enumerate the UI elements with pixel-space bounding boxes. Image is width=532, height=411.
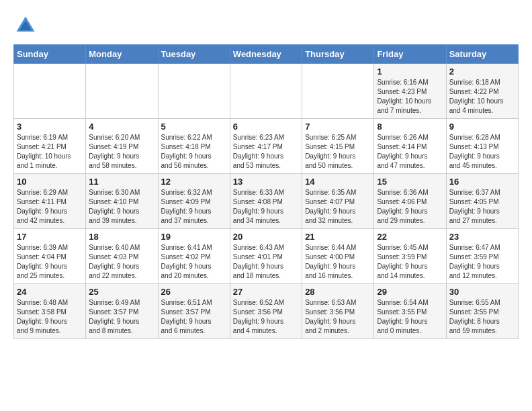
calendar-cell: 26Sunrise: 6:51 AM Sunset: 3:57 PM Dayli…	[158, 284, 230, 339]
day-number: 7	[305, 122, 371, 132]
calendar-week-row: 1Sunrise: 6:16 AM Sunset: 4:23 PM Daylig…	[14, 64, 519, 119]
day-number: 25	[89, 287, 154, 297]
calendar-cell: 22Sunrise: 6:45 AM Sunset: 3:59 PM Dayli…	[374, 229, 446, 284]
day-number: 5	[161, 122, 227, 132]
weekday-header-row: SundayMondayTuesdayWednesdayThursdayFrid…	[14, 45, 519, 64]
day-number: 2	[449, 66, 515, 77]
calendar-cell: 12Sunrise: 6:32 AM Sunset: 4:09 PM Dayli…	[158, 174, 230, 229]
weekday-header-cell: Monday	[86, 45, 158, 64]
calendar-cell: 6Sunrise: 6:23 AM Sunset: 4:17 PM Daylig…	[230, 119, 302, 174]
calendar-cell: 13Sunrise: 6:33 AM Sunset: 4:08 PM Dayli…	[230, 174, 302, 229]
day-number: 8	[377, 122, 443, 132]
calendar-cell	[14, 64, 86, 119]
weekday-header-cell: Sunday	[14, 45, 86, 64]
day-number: 30	[449, 287, 515, 297]
calendar-cell: 24Sunrise: 6:48 AM Sunset: 3:58 PM Dayli…	[14, 284, 86, 339]
day-info: Sunrise: 6:53 AM Sunset: 3:56 PM Dayligh…	[305, 298, 371, 336]
day-number: 4	[89, 122, 154, 132]
calendar-cell: 23Sunrise: 6:47 AM Sunset: 3:59 PM Dayli…	[446, 229, 518, 284]
day-number: 20	[233, 232, 299, 242]
day-info: Sunrise: 6:49 AM Sunset: 3:57 PM Dayligh…	[89, 298, 154, 336]
day-number: 17	[17, 232, 83, 242]
day-info: Sunrise: 6:44 AM Sunset: 4:00 PM Dayligh…	[305, 243, 371, 281]
calendar-cell: 8Sunrise: 6:26 AM Sunset: 4:14 PM Daylig…	[374, 119, 446, 174]
day-info: Sunrise: 6:54 AM Sunset: 3:55 PM Dayligh…	[377, 298, 443, 336]
page-header	[13, 13, 519, 38]
calendar-cell: 28Sunrise: 6:53 AM Sunset: 3:56 PM Dayli…	[302, 284, 374, 339]
calendar-cell	[158, 64, 230, 119]
calendar-cell: 30Sunrise: 6:55 AM Sunset: 3:55 PM Dayli…	[446, 284, 518, 339]
calendar-week-row: 17Sunrise: 6:39 AM Sunset: 4:04 PM Dayli…	[14, 229, 519, 284]
day-info: Sunrise: 6:29 AM Sunset: 4:11 PM Dayligh…	[17, 188, 83, 226]
day-number: 1	[377, 66, 443, 77]
calendar-cell: 4Sunrise: 6:20 AM Sunset: 4:19 PM Daylig…	[86, 119, 158, 174]
day-info: Sunrise: 6:43 AM Sunset: 4:01 PM Dayligh…	[233, 243, 299, 281]
day-number: 12	[161, 177, 227, 187]
day-number: 16	[449, 177, 515, 187]
day-number: 14	[305, 177, 371, 187]
calendar-week-row: 24Sunrise: 6:48 AM Sunset: 3:58 PM Dayli…	[14, 284, 519, 339]
weekday-header-cell: Saturday	[446, 45, 518, 64]
day-info: Sunrise: 6:28 AM Sunset: 4:13 PM Dayligh…	[449, 133, 515, 171]
day-info: Sunrise: 6:25 AM Sunset: 4:15 PM Dayligh…	[305, 133, 371, 171]
day-number: 9	[449, 122, 515, 132]
day-info: Sunrise: 6:20 AM Sunset: 4:19 PM Dayligh…	[89, 133, 154, 171]
day-number: 11	[89, 177, 154, 187]
day-info: Sunrise: 6:41 AM Sunset: 4:02 PM Dayligh…	[161, 243, 227, 281]
day-info: Sunrise: 6:22 AM Sunset: 4:18 PM Dayligh…	[161, 133, 227, 171]
day-info: Sunrise: 6:45 AM Sunset: 3:59 PM Dayligh…	[377, 243, 443, 281]
calendar-cell: 15Sunrise: 6:36 AM Sunset: 4:06 PM Dayli…	[374, 174, 446, 229]
calendar-cell: 1Sunrise: 6:16 AM Sunset: 4:23 PM Daylig…	[374, 64, 446, 119]
day-info: Sunrise: 6:47 AM Sunset: 3:59 PM Dayligh…	[449, 243, 515, 281]
calendar-cell: 5Sunrise: 6:22 AM Sunset: 4:18 PM Daylig…	[158, 119, 230, 174]
day-info: Sunrise: 6:16 AM Sunset: 4:23 PM Dayligh…	[377, 78, 443, 116]
logo-icon	[13, 13, 38, 38]
day-info: Sunrise: 6:30 AM Sunset: 4:10 PM Dayligh…	[89, 188, 154, 226]
day-info: Sunrise: 6:33 AM Sunset: 4:08 PM Dayligh…	[233, 188, 299, 226]
calendar-cell: 3Sunrise: 6:19 AM Sunset: 4:21 PM Daylig…	[14, 119, 86, 174]
calendar-cell: 7Sunrise: 6:25 AM Sunset: 4:15 PM Daylig…	[302, 119, 374, 174]
calendar-cell: 14Sunrise: 6:35 AM Sunset: 4:07 PM Dayli…	[302, 174, 374, 229]
day-number: 22	[377, 232, 443, 242]
calendar-cell: 20Sunrise: 6:43 AM Sunset: 4:01 PM Dayli…	[230, 229, 302, 284]
day-number: 6	[233, 122, 299, 132]
calendar-cell: 17Sunrise: 6:39 AM Sunset: 4:04 PM Dayli…	[14, 229, 86, 284]
calendar-week-row: 3Sunrise: 6:19 AM Sunset: 4:21 PM Daylig…	[14, 119, 519, 174]
day-number: 3	[17, 122, 83, 132]
day-number: 28	[305, 287, 371, 297]
day-number: 15	[377, 177, 443, 187]
calendar-cell: 29Sunrise: 6:54 AM Sunset: 3:55 PM Dayli…	[374, 284, 446, 339]
day-number: 13	[233, 177, 299, 187]
calendar-cell: 25Sunrise: 6:49 AM Sunset: 3:57 PM Dayli…	[86, 284, 158, 339]
day-info: Sunrise: 6:37 AM Sunset: 4:05 PM Dayligh…	[449, 188, 515, 226]
day-info: Sunrise: 6:23 AM Sunset: 4:17 PM Dayligh…	[233, 133, 299, 171]
day-info: Sunrise: 6:36 AM Sunset: 4:06 PM Dayligh…	[377, 188, 443, 226]
day-info: Sunrise: 6:40 AM Sunset: 4:03 PM Dayligh…	[89, 243, 154, 281]
calendar-cell: 2Sunrise: 6:18 AM Sunset: 4:22 PM Daylig…	[446, 64, 518, 119]
day-info: Sunrise: 6:52 AM Sunset: 3:56 PM Dayligh…	[233, 298, 299, 336]
day-info: Sunrise: 6:48 AM Sunset: 3:58 PM Dayligh…	[17, 298, 83, 336]
day-info: Sunrise: 6:51 AM Sunset: 3:57 PM Dayligh…	[161, 298, 227, 336]
day-info: Sunrise: 6:32 AM Sunset: 4:09 PM Dayligh…	[161, 188, 227, 226]
weekday-header-cell: Friday	[374, 45, 446, 64]
day-info: Sunrise: 6:39 AM Sunset: 4:04 PM Dayligh…	[17, 243, 83, 281]
day-number: 26	[161, 287, 227, 297]
day-number: 19	[161, 232, 227, 242]
day-info: Sunrise: 6:55 AM Sunset: 3:55 PM Dayligh…	[449, 298, 515, 336]
calendar-body: 1Sunrise: 6:16 AM Sunset: 4:23 PM Daylig…	[14, 64, 519, 339]
logo	[13, 13, 42, 38]
calendar-cell: 19Sunrise: 6:41 AM Sunset: 4:02 PM Dayli…	[158, 229, 230, 284]
calendar-cell	[302, 64, 374, 119]
day-number: 23	[449, 232, 515, 242]
calendar-cell: 11Sunrise: 6:30 AM Sunset: 4:10 PM Dayli…	[86, 174, 158, 229]
day-number: 21	[305, 232, 371, 242]
calendar-cell: 9Sunrise: 6:28 AM Sunset: 4:13 PM Daylig…	[446, 119, 518, 174]
calendar-cell: 16Sunrise: 6:37 AM Sunset: 4:05 PM Dayli…	[446, 174, 518, 229]
day-info: Sunrise: 6:18 AM Sunset: 4:22 PM Dayligh…	[449, 78, 515, 116]
calendar-cell: 27Sunrise: 6:52 AM Sunset: 3:56 PM Dayli…	[230, 284, 302, 339]
calendar-table: SundayMondayTuesdayWednesdayThursdayFrid…	[13, 44, 519, 339]
calendar-cell	[86, 64, 158, 119]
calendar-cell: 18Sunrise: 6:40 AM Sunset: 4:03 PM Dayli…	[86, 229, 158, 284]
calendar-cell: 21Sunrise: 6:44 AM Sunset: 4:00 PM Dayli…	[302, 229, 374, 284]
day-info: Sunrise: 6:19 AM Sunset: 4:21 PM Dayligh…	[17, 133, 83, 171]
